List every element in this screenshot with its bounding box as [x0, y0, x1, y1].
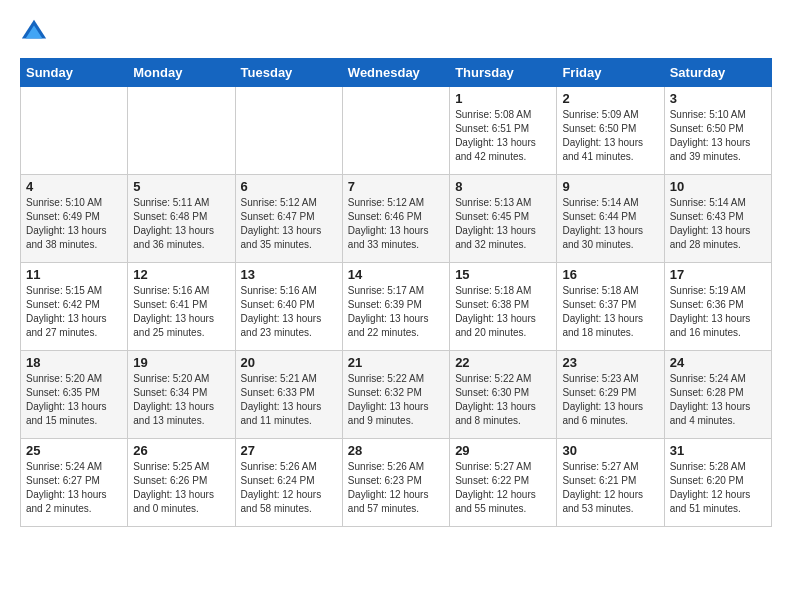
- calendar-cell: 11Sunrise: 5:15 AM Sunset: 6:42 PM Dayli…: [21, 263, 128, 351]
- day-info: Sunrise: 5:11 AM Sunset: 6:48 PM Dayligh…: [133, 196, 229, 252]
- day-number: 4: [26, 179, 122, 194]
- day-info: Sunrise: 5:25 AM Sunset: 6:26 PM Dayligh…: [133, 460, 229, 516]
- calendar-cell: 18Sunrise: 5:20 AM Sunset: 6:35 PM Dayli…: [21, 351, 128, 439]
- calendar-week-row: 11Sunrise: 5:15 AM Sunset: 6:42 PM Dayli…: [21, 263, 772, 351]
- calendar-cell: 23Sunrise: 5:23 AM Sunset: 6:29 PM Dayli…: [557, 351, 664, 439]
- day-of-week-header: Friday: [557, 59, 664, 87]
- day-number: 15: [455, 267, 551, 282]
- day-number: 14: [348, 267, 444, 282]
- day-info: Sunrise: 5:12 AM Sunset: 6:46 PM Dayligh…: [348, 196, 444, 252]
- calendar-cell: 6Sunrise: 5:12 AM Sunset: 6:47 PM Daylig…: [235, 175, 342, 263]
- header-row: SundayMondayTuesdayWednesdayThursdayFrid…: [21, 59, 772, 87]
- calendar-week-row: 1Sunrise: 5:08 AM Sunset: 6:51 PM Daylig…: [21, 87, 772, 175]
- calendar-cell: 24Sunrise: 5:24 AM Sunset: 6:28 PM Dayli…: [664, 351, 771, 439]
- calendar-cell: 5Sunrise: 5:11 AM Sunset: 6:48 PM Daylig…: [128, 175, 235, 263]
- day-of-week-header: Wednesday: [342, 59, 449, 87]
- day-of-week-header: Thursday: [450, 59, 557, 87]
- day-number: 3: [670, 91, 766, 106]
- day-number: 10: [670, 179, 766, 194]
- day-number: 5: [133, 179, 229, 194]
- calendar-week-row: 4Sunrise: 5:10 AM Sunset: 6:49 PM Daylig…: [21, 175, 772, 263]
- day-number: 1: [455, 91, 551, 106]
- day-number: 18: [26, 355, 122, 370]
- calendar-cell: 7Sunrise: 5:12 AM Sunset: 6:46 PM Daylig…: [342, 175, 449, 263]
- day-info: Sunrise: 5:24 AM Sunset: 6:28 PM Dayligh…: [670, 372, 766, 428]
- day-number: 22: [455, 355, 551, 370]
- logo-icon: [20, 18, 48, 46]
- calendar-cell: 25Sunrise: 5:24 AM Sunset: 6:27 PM Dayli…: [21, 439, 128, 527]
- calendar-table: SundayMondayTuesdayWednesdayThursdayFrid…: [20, 58, 772, 527]
- day-info: Sunrise: 5:20 AM Sunset: 6:34 PM Dayligh…: [133, 372, 229, 428]
- day-info: Sunrise: 5:21 AM Sunset: 6:33 PM Dayligh…: [241, 372, 337, 428]
- day-number: 26: [133, 443, 229, 458]
- day-number: 25: [26, 443, 122, 458]
- day-number: 21: [348, 355, 444, 370]
- day-number: 7: [348, 179, 444, 194]
- day-info: Sunrise: 5:14 AM Sunset: 6:44 PM Dayligh…: [562, 196, 658, 252]
- day-info: Sunrise: 5:24 AM Sunset: 6:27 PM Dayligh…: [26, 460, 122, 516]
- calendar-week-row: 25Sunrise: 5:24 AM Sunset: 6:27 PM Dayli…: [21, 439, 772, 527]
- day-of-week-header: Sunday: [21, 59, 128, 87]
- day-number: 27: [241, 443, 337, 458]
- day-info: Sunrise: 5:10 AM Sunset: 6:50 PM Dayligh…: [670, 108, 766, 164]
- day-info: Sunrise: 5:13 AM Sunset: 6:45 PM Dayligh…: [455, 196, 551, 252]
- day-number: 30: [562, 443, 658, 458]
- day-number: 8: [455, 179, 551, 194]
- day-info: Sunrise: 5:16 AM Sunset: 6:40 PM Dayligh…: [241, 284, 337, 340]
- calendar-cell: 26Sunrise: 5:25 AM Sunset: 6:26 PM Dayli…: [128, 439, 235, 527]
- day-number: 17: [670, 267, 766, 282]
- calendar-cell: 3Sunrise: 5:10 AM Sunset: 6:50 PM Daylig…: [664, 87, 771, 175]
- day-number: 31: [670, 443, 766, 458]
- day-of-week-header: Saturday: [664, 59, 771, 87]
- day-number: 9: [562, 179, 658, 194]
- day-info: Sunrise: 5:19 AM Sunset: 6:36 PM Dayligh…: [670, 284, 766, 340]
- calendar-cell: 14Sunrise: 5:17 AM Sunset: 6:39 PM Dayli…: [342, 263, 449, 351]
- day-info: Sunrise: 5:14 AM Sunset: 6:43 PM Dayligh…: [670, 196, 766, 252]
- day-info: Sunrise: 5:27 AM Sunset: 6:22 PM Dayligh…: [455, 460, 551, 516]
- day-number: 16: [562, 267, 658, 282]
- calendar-cell: 30Sunrise: 5:27 AM Sunset: 6:21 PM Dayli…: [557, 439, 664, 527]
- day-number: 28: [348, 443, 444, 458]
- calendar-cell: 19Sunrise: 5:20 AM Sunset: 6:34 PM Dayli…: [128, 351, 235, 439]
- day-info: Sunrise: 5:28 AM Sunset: 6:20 PM Dayligh…: [670, 460, 766, 516]
- calendar-cell: 28Sunrise: 5:26 AM Sunset: 6:23 PM Dayli…: [342, 439, 449, 527]
- calendar-cell: 8Sunrise: 5:13 AM Sunset: 6:45 PM Daylig…: [450, 175, 557, 263]
- calendar-cell: 15Sunrise: 5:18 AM Sunset: 6:38 PM Dayli…: [450, 263, 557, 351]
- day-number: 2: [562, 91, 658, 106]
- day-info: Sunrise: 5:26 AM Sunset: 6:23 PM Dayligh…: [348, 460, 444, 516]
- calendar-cell: 31Sunrise: 5:28 AM Sunset: 6:20 PM Dayli…: [664, 439, 771, 527]
- day-info: Sunrise: 5:16 AM Sunset: 6:41 PM Dayligh…: [133, 284, 229, 340]
- calendar-cell: 1Sunrise: 5:08 AM Sunset: 6:51 PM Daylig…: [450, 87, 557, 175]
- day-info: Sunrise: 5:18 AM Sunset: 6:37 PM Dayligh…: [562, 284, 658, 340]
- day-info: Sunrise: 5:26 AM Sunset: 6:24 PM Dayligh…: [241, 460, 337, 516]
- day-info: Sunrise: 5:22 AM Sunset: 6:30 PM Dayligh…: [455, 372, 551, 428]
- day-number: 20: [241, 355, 337, 370]
- calendar-cell: [21, 87, 128, 175]
- day-info: Sunrise: 5:23 AM Sunset: 6:29 PM Dayligh…: [562, 372, 658, 428]
- calendar-cell: [342, 87, 449, 175]
- calendar-cell: 21Sunrise: 5:22 AM Sunset: 6:32 PM Dayli…: [342, 351, 449, 439]
- calendar-cell: 20Sunrise: 5:21 AM Sunset: 6:33 PM Dayli…: [235, 351, 342, 439]
- day-info: Sunrise: 5:12 AM Sunset: 6:47 PM Dayligh…: [241, 196, 337, 252]
- page-header: [20, 20, 772, 48]
- day-info: Sunrise: 5:27 AM Sunset: 6:21 PM Dayligh…: [562, 460, 658, 516]
- day-info: Sunrise: 5:17 AM Sunset: 6:39 PM Dayligh…: [348, 284, 444, 340]
- calendar-cell: [128, 87, 235, 175]
- calendar-cell: [235, 87, 342, 175]
- day-number: 6: [241, 179, 337, 194]
- day-number: 19: [133, 355, 229, 370]
- day-of-week-header: Monday: [128, 59, 235, 87]
- calendar-cell: 9Sunrise: 5:14 AM Sunset: 6:44 PM Daylig…: [557, 175, 664, 263]
- day-number: 23: [562, 355, 658, 370]
- calendar-cell: 27Sunrise: 5:26 AM Sunset: 6:24 PM Dayli…: [235, 439, 342, 527]
- day-info: Sunrise: 5:20 AM Sunset: 6:35 PM Dayligh…: [26, 372, 122, 428]
- calendar-cell: 4Sunrise: 5:10 AM Sunset: 6:49 PM Daylig…: [21, 175, 128, 263]
- calendar-cell: 16Sunrise: 5:18 AM Sunset: 6:37 PM Dayli…: [557, 263, 664, 351]
- day-info: Sunrise: 5:22 AM Sunset: 6:32 PM Dayligh…: [348, 372, 444, 428]
- calendar-cell: 22Sunrise: 5:22 AM Sunset: 6:30 PM Dayli…: [450, 351, 557, 439]
- day-info: Sunrise: 5:09 AM Sunset: 6:50 PM Dayligh…: [562, 108, 658, 164]
- day-of-week-header: Tuesday: [235, 59, 342, 87]
- calendar-cell: 29Sunrise: 5:27 AM Sunset: 6:22 PM Dayli…: [450, 439, 557, 527]
- day-info: Sunrise: 5:15 AM Sunset: 6:42 PM Dayligh…: [26, 284, 122, 340]
- calendar-cell: 17Sunrise: 5:19 AM Sunset: 6:36 PM Dayli…: [664, 263, 771, 351]
